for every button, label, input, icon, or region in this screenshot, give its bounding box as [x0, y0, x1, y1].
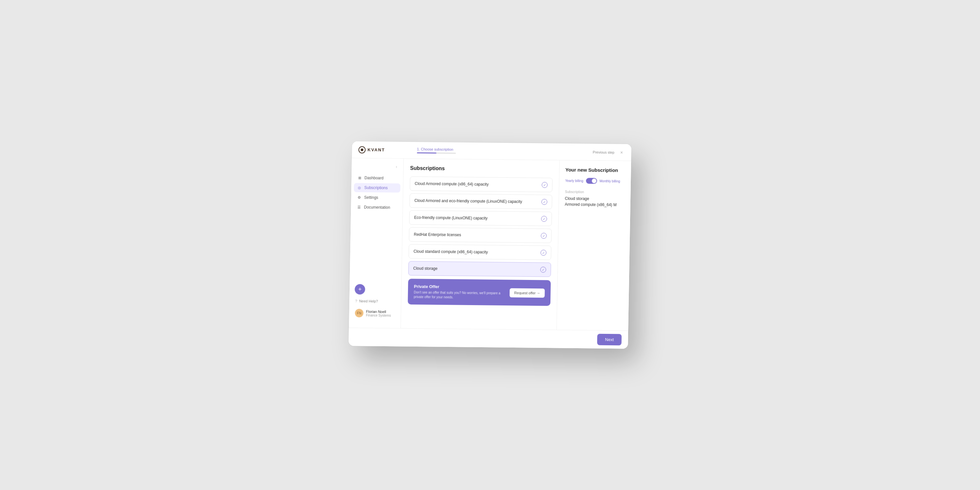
sidebar: ‹ ⊞ Dashboard ◎ Subscriptions ⚙	[349, 158, 404, 328]
content-area: Subscriptions Cloud Armored compute (x86…	[401, 159, 631, 331]
sidebar-collapse-area: ‹	[352, 163, 403, 174]
check-icon-4: ✓	[541, 250, 547, 256]
check-icon-0: ✓	[542, 182, 547, 188]
check-icon-5: ✓	[540, 267, 546, 272]
top-right-actions: Previous step ×	[593, 149, 625, 156]
summary-panel: Your new Subscription Yearly billing Mon…	[557, 161, 631, 331]
next-button[interactable]: Next	[597, 334, 622, 345]
yearly-billing-label: Yearly billing	[565, 179, 584, 183]
logo-icon	[358, 146, 366, 153]
sub-item-0[interactable]: Cloud Armored compute (x86_64) capacity …	[410, 177, 552, 192]
sub-item-2[interactable]: Eco-friendly compute (LinuxONE) capacity…	[409, 210, 552, 226]
billing-toggle: Yearly billing Monthly billing	[565, 178, 625, 184]
sub-item-text-4: Cloud standard compute (x86_64) capacity	[414, 249, 488, 255]
sub-item-3[interactable]: RedHat Enterprise licenses ✓	[409, 228, 552, 243]
subscriptions-icon: ◎	[357, 185, 362, 190]
help-link[interactable]: ? Need Help?	[352, 298, 399, 304]
sidebar-bottom: + ? Need Help? FN Florian Noell Finance	[349, 280, 401, 323]
step-label: 1. Choose subscription	[417, 147, 453, 151]
sub-item-5[interactable]: Cloud storage ✓	[408, 261, 551, 277]
avatar: FN	[355, 309, 363, 317]
sidebar-item-documentation[interactable]: ☰ Documentation	[353, 202, 400, 212]
logo-area: KVANT	[358, 146, 410, 154]
private-offer-title: Private Offer	[414, 284, 506, 290]
sidebar-label-subscriptions: Subscriptions	[364, 185, 388, 190]
top-bar: KVANT 1. Choose subscription Previous st…	[352, 141, 632, 161]
private-offer-description: Don't see an offer that suits you? No wo…	[414, 290, 506, 300]
close-button[interactable]: ×	[618, 149, 625, 156]
monthly-billing-label: Monthly billing	[600, 179, 620, 183]
avatar-initials: FN	[357, 311, 361, 315]
sub-item-1[interactable]: Cloud Armored and eco-friendly compute (…	[409, 193, 552, 209]
user-details: Florian Noell Finance Systems	[366, 309, 391, 317]
billing-toggle-switch[interactable]	[586, 178, 597, 184]
summary-item-1: Armored compute (x86_64) M	[565, 202, 625, 207]
private-offer-banner: Private Offer Don't see an offer that su…	[408, 278, 551, 306]
check-icon-3: ✓	[541, 233, 547, 239]
help-icon: ?	[355, 299, 357, 303]
toggle-knob	[592, 179, 596, 183]
sidebar-nav: ⊞ Dashboard ◎ Subscriptions ⚙ Settings	[350, 173, 403, 281]
main-layout: ‹ ⊞ Dashboard ◎ Subscriptions ⚙	[349, 158, 631, 330]
sub-item-text-2: Eco-friendly compute (LinuxONE) capacity	[414, 215, 488, 221]
settings-icon: ⚙	[357, 195, 362, 200]
collapse-icon[interactable]: ‹	[394, 164, 399, 170]
subscription-list: Cloud Armored compute (x86_64) capacity …	[408, 177, 553, 277]
request-offer-button[interactable]: Request offer →	[510, 288, 545, 298]
sidebar-label-documentation: Documentation	[364, 205, 390, 210]
private-offer-text: Private Offer Don't see an offer that su…	[414, 284, 506, 300]
sub-item-text-0: Cloud Armored compute (x86_64) capacity	[415, 181, 488, 186]
help-label: Need Help?	[359, 299, 378, 304]
sub-item-text-3: RedHat Enterprise licenses	[414, 232, 461, 237]
sub-item-text-5: Cloud storage	[413, 266, 438, 271]
step-indicator: 1. Choose subscription	[410, 147, 593, 155]
subscriptions-title: Subscriptions	[410, 165, 553, 172]
previous-step-button[interactable]: Previous step	[593, 150, 614, 154]
check-icon-2: ✓	[541, 216, 547, 222]
subscriptions-panel: Subscriptions Cloud Armored compute (x86…	[401, 159, 560, 330]
check-icon-1: ✓	[541, 199, 547, 205]
sub-item-4[interactable]: Cloud standard compute (x86_64) capacity…	[409, 244, 551, 260]
documentation-icon: ☰	[357, 205, 361, 209]
summary-title: Your new Subscription	[565, 167, 625, 173]
add-button[interactable]: +	[355, 284, 365, 295]
subscription-section-label: Subscription	[565, 190, 625, 194]
user-info: FN Florian Noell Finance Systems	[352, 307, 398, 319]
user-company: Finance Systems	[366, 313, 391, 317]
summary-item-0: Cloud storage	[565, 196, 625, 202]
logo-inner	[361, 148, 363, 151]
sub-item-text-1: Cloud Armored and eco-friendly compute (…	[415, 198, 522, 204]
